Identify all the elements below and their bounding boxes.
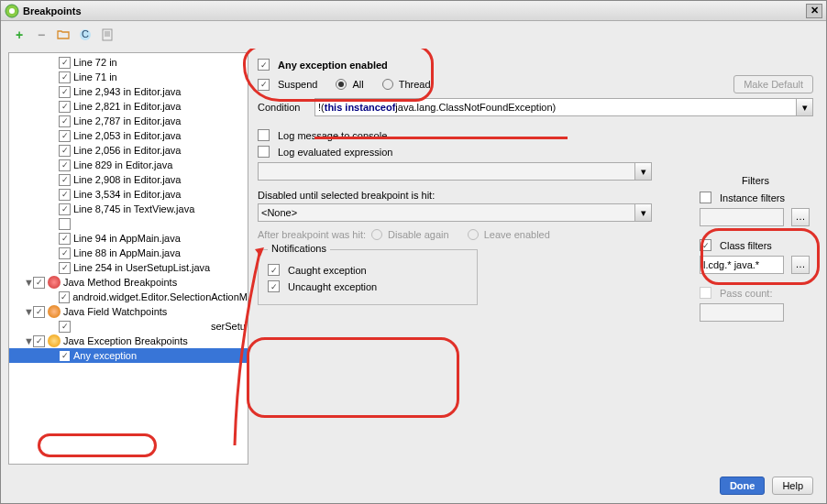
help-button[interactable]: Help (772, 477, 813, 495)
tree-item[interactable]: Line 2,821 in Editor.java (9, 99, 248, 114)
log-eval-input[interactable] (258, 162, 635, 181)
caught-label: Caught exception (288, 265, 367, 276)
tree-item[interactable]: Line 2,943 in Editor.java (9, 84, 248, 99)
tree-item-label: Line 2,787 in Editor.java (73, 115, 181, 126)
caught-checkbox[interactable] (268, 264, 280, 276)
checkbox[interactable] (59, 321, 71, 333)
tree-item-label: Line 254 in UserSetupList.java (73, 262, 210, 273)
checkbox[interactable] (59, 145, 71, 157)
tree-group-exception[interactable]: ▼Java Exception Breakpoints (9, 334, 248, 348)
thread-label: Thread (399, 79, 431, 90)
make-default-button[interactable]: Make Default (733, 75, 813, 93)
app-icon (5, 4, 19, 18)
expand-icon[interactable]: ▼ (24, 306, 33, 317)
breakpoints-tree[interactable]: Line 72 in Line 71 in Line 2,943 in Edit… (9, 53, 248, 464)
tree-item[interactable]: Line 254 in UserSetupList.java (9, 260, 248, 275)
uncaught-checkbox[interactable] (268, 280, 280, 292)
checkbox[interactable] (59, 115, 71, 127)
tree-item-label: Line 71 in (73, 71, 117, 82)
disable-again-radio (371, 229, 382, 240)
tree-item-label: Line 2,821 in Editor.java (73, 101, 181, 112)
close-icon[interactable]: ✕ (806, 4, 822, 18)
tree-item-label: Line 2,053 in Editor.java (73, 130, 181, 141)
tree-item[interactable]: Line 3,534 in Editor.java (9, 187, 248, 202)
tree-item[interactable]: Line 2,053 in Editor.java (9, 128, 248, 143)
tree-group-field[interactable]: ▼Java Field Watchpoints (9, 304, 248, 319)
all-radio[interactable] (336, 79, 347, 90)
folder-icon[interactable] (56, 27, 71, 42)
checkbox[interactable] (59, 262, 71, 274)
class-filters-input[interactable] (700, 256, 784, 274)
leave-enabled-label: Leave enabled (484, 229, 550, 240)
expand-icon[interactable]: ▼ (24, 335, 33, 346)
log-eval-combo: ▾ (258, 162, 652, 181)
tree-item[interactable]: Line 829 in Editor.java (9, 158, 248, 172)
tree-item[interactable]: Line 2,787 in Editor.java (9, 114, 248, 128)
checkbox[interactable] (33, 277, 45, 289)
checkbox[interactable] (59, 159, 71, 171)
exception-breakpoint-icon (48, 334, 61, 347)
enabled-checkbox[interactable] (258, 59, 270, 71)
filters-panel: Filters Instance filters … Class filters… (700, 175, 811, 326)
checkbox[interactable] (59, 130, 71, 142)
browse-button[interactable]: … (791, 208, 810, 226)
tree-item[interactable]: android.widget.Editor.SelectionActionM (9, 290, 248, 304)
checkbox[interactable] (59, 71, 71, 83)
cycle-icon[interactable]: C (78, 27, 93, 42)
tree-item[interactable]: Line 94 in AppMain.java (9, 231, 248, 246)
checkbox[interactable] (59, 57, 71, 69)
checkbox[interactable] (59, 86, 71, 98)
tree-item-label: Line 2,056 in Editor.java (73, 145, 181, 156)
checkbox[interactable] (33, 306, 45, 318)
checkbox[interactable] (59, 203, 71, 215)
tree-item[interactable]: Line 8,745 in TextView.java (9, 202, 248, 216)
tree-item[interactable] (9, 216, 248, 231)
log-console-checkbox[interactable] (258, 129, 270, 141)
checkbox[interactable] (59, 350, 71, 362)
condition-input[interactable]: !(this instanceof java.lang.ClassNotFoun… (314, 98, 797, 116)
checkbox[interactable] (59, 218, 71, 230)
done-button[interactable]: Done (720, 477, 766, 495)
instance-filters-checkbox[interactable] (700, 192, 711, 203)
tree-item[interactable]: serSetu (9, 319, 248, 334)
tree-item-any-exception[interactable]: Any exception (9, 348, 248, 363)
thread-radio[interactable] (382, 79, 393, 90)
disabled-until-select[interactable]: <None> (258, 203, 635, 222)
tree-item[interactable]: Line 88 in AppMain.java (9, 246, 248, 260)
uncaught-label: Uncaught exception (288, 281, 377, 292)
class-filters-checkbox[interactable] (700, 239, 711, 251)
leave-enabled-radio (468, 229, 479, 240)
checkbox[interactable] (59, 101, 71, 113)
tree-item[interactable]: Line 2,056 in Editor.java (9, 143, 248, 158)
checkbox[interactable] (33, 335, 45, 347)
checkbox[interactable] (59, 233, 71, 245)
page-icon[interactable] (100, 27, 115, 42)
tree-item[interactable]: Line 72 in (9, 55, 248, 70)
checkbox[interactable] (59, 247, 71, 259)
checkbox[interactable] (59, 291, 70, 303)
tree-item-label: Line 2,908 in Editor.java (73, 174, 181, 185)
dropdown-icon[interactable]: ▾ (635, 162, 652, 181)
tree-item-label: Line 94 in AppMain.java (73, 233, 181, 244)
remove-icon[interactable]: − (34, 27, 49, 42)
tree-item[interactable]: Line 2,908 in Editor.java (9, 172, 248, 187)
filters-header: Filters (700, 175, 811, 186)
tree-group-method[interactable]: ▼Java Method Breakpoints (9, 275, 248, 290)
checkbox[interactable] (59, 189, 71, 201)
tree-item[interactable]: Line 71 in (9, 70, 248, 84)
log-console-label: Log message to console (278, 130, 387, 141)
dropdown-icon[interactable]: ▾ (635, 203, 652, 222)
tree-group-label: Java Exception Breakpoints (63, 335, 188, 346)
browse-button[interactable]: … (791, 256, 810, 274)
svg-rect-4 (103, 29, 112, 40)
log-eval-checkbox[interactable] (258, 146, 270, 158)
checkbox[interactable] (59, 174, 71, 186)
add-icon[interactable]: + (12, 27, 27, 42)
suspend-checkbox[interactable] (258, 79, 270, 91)
dropdown-icon[interactable]: ▾ (797, 98, 813, 116)
expand-icon[interactable]: ▼ (24, 277, 33, 288)
condition-label: Condition (258, 102, 309, 113)
tree-item-label: Line 3,534 in Editor.java (73, 189, 181, 200)
breakpoints-tree-panel: Line 72 in Line 71 in Line 2,943 in Edit… (8, 52, 248, 465)
dialog-footer: Done Help (1, 468, 826, 503)
